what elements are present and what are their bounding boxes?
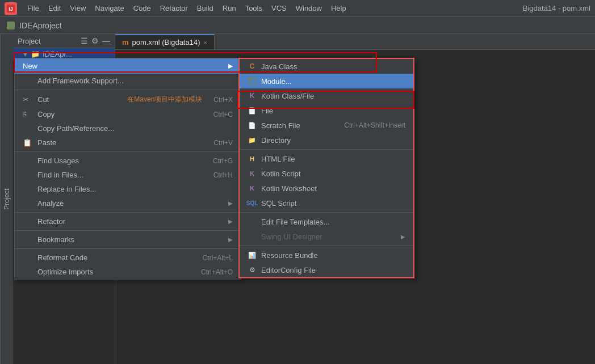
main-layout: Project Project ☰ ⚙ — ▼ 📁 IDEApr... ▶ 📁 … (0, 34, 595, 364)
ctx-java-class[interactable]: C Java Class (240, 59, 413, 74)
menu-run[interactable]: Run (218, 2, 241, 15)
ctx-right-separator-3 (240, 246, 413, 246)
ctx-shortcut-findusages: Ctrl+G (213, 157, 233, 165)
resource-bundle-icon: 📊 (248, 251, 257, 260)
ctx-shortcut-paste: Ctrl+V (213, 139, 233, 147)
menu-navigate[interactable]: Navigate (90, 2, 128, 15)
menu-edit[interactable]: Edit (44, 2, 65, 15)
ctx-module[interactable]: Module... (240, 74, 413, 88)
svg-text:IJ: IJ (9, 6, 13, 12)
editor-tabs: m pom.xml (Bigdata14) × (115, 34, 595, 50)
sidebar-label: Project (18, 37, 77, 45)
ctx-separator-3 (15, 212, 241, 213)
java-class-label: Java Class (261, 62, 405, 71)
side-panel-label[interactable]: Project (0, 34, 13, 364)
ctx-label-reformat: Reformat Code (37, 253, 191, 262)
ctx-right-separator-1 (240, 149, 413, 150)
editorconfig-label: EditorConfig File (261, 266, 405, 274)
ctx-icon-cut: ✂ (23, 95, 33, 104)
ctx-replace[interactable]: Replace in Files... (15, 182, 241, 196)
context-menu-new-submenu: C Java Class Module... K Kotlin Class/Fi… (238, 58, 414, 278)
context-menu-new: New ▶ Add Framework Support... ✂ Cut 在Ma… (14, 58, 241, 280)
html-file-icon: H (248, 154, 257, 163)
menu-window[interactable]: Window (291, 2, 326, 15)
ctx-edit-templates[interactable]: Edit File Templates... (240, 214, 413, 229)
ctx-label-bookmarks: Bookmarks (37, 235, 228, 244)
swing-designer-icon (248, 232, 257, 241)
collapse-icon[interactable]: ☰ (81, 36, 88, 45)
minimize-icon[interactable]: — (102, 36, 110, 45)
ctx-copy-path[interactable]: Copy Path/Reference... (15, 121, 241, 136)
settings-icon[interactable]: ⚙ (91, 36, 99, 45)
menu-refactor[interactable]: Refactor (156, 2, 192, 15)
ctx-scratch-file[interactable]: 📄 Scratch File Ctrl+Alt+Shift+Insert (240, 118, 413, 133)
scratch-file-icon: 📄 (248, 121, 257, 130)
ctx-find-usages[interactable]: Find Usages Ctrl+G (15, 154, 241, 168)
app-logo: IJ (5, 2, 17, 15)
ctx-label-analyze: Analyze (37, 199, 228, 208)
ctx-html-file[interactable]: H HTML File (240, 151, 413, 166)
tab-close-button[interactable]: × (204, 39, 207, 46)
ctx-resource-bundle[interactable]: 📊 Resource Bundle (240, 248, 413, 263)
ctx-analyze[interactable]: Analyze (15, 196, 241, 210)
swing-designer-label: Swing UI Designer (261, 232, 396, 241)
file-label: File (261, 107, 405, 115)
ctx-swing-designer: Swing UI Designer ▶ (240, 229, 413, 244)
ctx-kotlin-class[interactable]: K Kotlin Class/File (240, 88, 413, 103)
ctx-chinese-annotation: 在Maven项目中添加模块 (127, 95, 202, 104)
ctx-cut[interactable]: ✂ Cut 在Maven项目中添加模块 Ctrl+X (15, 92, 241, 107)
ctx-separator-4 (15, 230, 241, 231)
menu-help[interactable]: Help (326, 2, 351, 15)
html-file-label: HTML File (261, 155, 405, 163)
ctx-label-framework: Add Framework Support... (37, 77, 233, 85)
ctx-refactor[interactable]: Refactor (15, 214, 241, 228)
ctx-sql-script[interactable]: SQL SQL Script (240, 196, 413, 210)
kotlin-worksheet-icon: K (248, 184, 257, 193)
ctx-label-copypath: Copy Path/Reference... (37, 124, 233, 133)
ctx-add-framework[interactable]: Add Framework Support... (15, 74, 241, 88)
folder-icon: 📁 (31, 50, 40, 58)
expand-arrow: ▼ (22, 51, 28, 58)
svg-rect-3 (250, 79, 252, 81)
edit-templates-label: Edit File Templates... (261, 218, 405, 226)
menu-file[interactable]: File (23, 2, 44, 15)
tab-maven-icon: m (122, 38, 129, 46)
menu-tools[interactable]: Tools (241, 2, 267, 15)
ctx-editorconfig[interactable]: ⚙ EditorConfig File (240, 263, 413, 277)
sql-script-icon: SQL (248, 198, 257, 208)
ctx-directory[interactable]: 📁 Directory (240, 133, 413, 147)
ctx-bookmarks[interactable]: Bookmarks (15, 232, 241, 247)
ctx-label-replace: Replace in Files... (37, 185, 233, 193)
resource-bundle-label: Resource Bundle (261, 251, 405, 260)
window-title: Bigdata14 - pom.xml (523, 4, 590, 12)
ctx-reformat[interactable]: Reformat Code Ctrl+Alt+L (15, 251, 241, 265)
ctx-find-files[interactable]: Find in Files... Ctrl+H (15, 168, 241, 182)
editor-tab-pom[interactable]: m pom.xml (Bigdata14) × (115, 34, 215, 49)
ctx-copy[interactable]: ⎘ Copy Ctrl+C (15, 107, 241, 121)
context-menu-header[interactable]: New ▶ (15, 58, 241, 74)
ctx-icon-copy: ⎘ (23, 110, 33, 118)
ctx-shortcut-cut: Ctrl+X (213, 96, 233, 104)
kotlin-worksheet-label: Kotlin Worksheet (261, 184, 405, 193)
ctx-label-findusages: Find Usages (37, 156, 202, 165)
ctx-separator-5 (15, 248, 241, 249)
menu-view[interactable]: View (65, 2, 90, 15)
ctx-header-arrow: ▶ (228, 62, 233, 70)
ctx-kotlin-worksheet[interactable]: K Kotlin Worksheet (240, 181, 413, 196)
menu-build[interactable]: Build (192, 2, 218, 15)
editorconfig-icon: ⚙ (248, 265, 257, 274)
ctx-optimize[interactable]: Optimize Imports Ctrl+Alt+O (15, 265, 241, 279)
menu-vcs[interactable]: VCS (267, 2, 291, 15)
menu-code[interactable]: Code (129, 2, 156, 15)
scratch-file-shortcut: Ctrl+Alt+Shift+Insert (344, 121, 405, 129)
ctx-paste[interactable]: 📋 Paste Ctrl+V (15, 136, 241, 150)
sql-script-label: SQL Script (261, 199, 405, 208)
ctx-label-findfiles: Find in Files... (37, 171, 202, 179)
ctx-kotlin-script[interactable]: K Kotlin Script (240, 166, 413, 181)
swing-submenu-arrow: ▶ (401, 234, 405, 240)
project-icon (7, 22, 15, 29)
file-icon: 📄 (248, 106, 257, 115)
tree-item-label: IDEApr... (43, 50, 72, 58)
ctx-file[interactable]: 📄 File (240, 103, 413, 118)
ctx-shortcut-optimize: Ctrl+Alt+O (201, 268, 233, 276)
